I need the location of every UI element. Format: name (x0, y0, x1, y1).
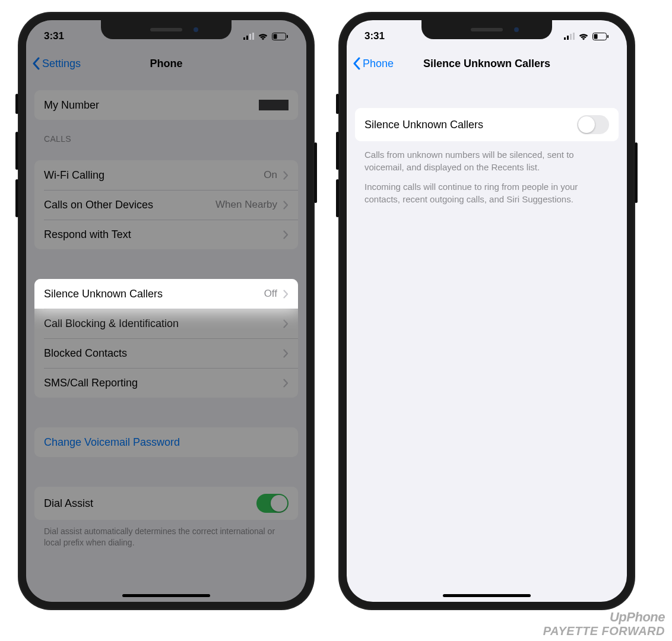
notch (421, 20, 552, 39)
back-button[interactable]: Settings (32, 57, 81, 70)
svg-rect-12 (594, 34, 598, 39)
dial-assist-toggle[interactable] (256, 494, 289, 513)
svg-rect-10 (573, 33, 575, 40)
row-label: Wi-Fi Calling (44, 169, 104, 182)
page-title: Silence Unknown Callers (423, 58, 550, 70)
change-voicemail-password-row[interactable]: Change Voicemail Password (34, 427, 298, 457)
cellular-icon (243, 33, 254, 40)
back-button[interactable]: Phone (353, 57, 394, 70)
row-value: On (264, 169, 277, 181)
cellular-icon (564, 33, 575, 40)
volume-up-button (15, 132, 18, 170)
svg-rect-8 (567, 36, 569, 40)
home-indicator[interactable] (443, 594, 531, 597)
back-label: Phone (363, 58, 394, 70)
chevron-right-icon (283, 319, 289, 328)
watermark: UpPhone PAYETTE FORWARD (543, 610, 665, 637)
phone-frame-right: 3:31 Phone Silence Unknown Callers (338, 12, 635, 610)
description-2: Incoming calls will continue to ring fro… (347, 173, 627, 205)
notch (101, 20, 232, 39)
calls-other-devices-row[interactable]: Calls on Other Devices When Nearby (34, 190, 298, 220)
svg-rect-7 (564, 37, 566, 40)
row-value: When Nearby (215, 199, 277, 211)
nav-bar: Settings Phone (26, 49, 306, 78)
chevron-right-icon (283, 379, 289, 388)
sms-call-reporting-row[interactable]: SMS/Call Reporting (34, 368, 298, 398)
home-indicator[interactable] (122, 594, 210, 597)
blocked-contacts-row[interactable]: Blocked Contacts (34, 338, 298, 368)
chevron-right-icon (283, 290, 289, 299)
dial-assist-row[interactable]: Dial Assist (34, 487, 298, 520)
status-time: 3:31 (44, 30, 64, 42)
calls-section-header: CALLS (26, 120, 306, 148)
volume-down-button (336, 179, 339, 217)
chevron-right-icon (283, 171, 289, 180)
svg-rect-13 (607, 35, 608, 38)
row-label: Calls on Other Devices (44, 199, 153, 211)
side-button (336, 94, 339, 114)
description-1: Calls from unknown numbers will be silen… (347, 141, 627, 173)
page-title: Phone (150, 58, 182, 70)
chevron-right-icon (283, 230, 289, 239)
silence-unknown-toggle[interactable] (577, 115, 609, 134)
screen-right: 3:31 Phone Silence Unknown Callers (347, 20, 627, 602)
row-label: Dial Assist (44, 497, 93, 510)
chevron-left-icon (353, 57, 360, 70)
back-label: Settings (42, 58, 81, 70)
svg-rect-6 (287, 35, 288, 38)
chevron-left-icon (32, 57, 40, 70)
wifi-icon (578, 33, 589, 40)
my-number-label: My Number (44, 99, 99, 112)
screen-left: 3:31 Settings Phone My Number (26, 20, 306, 602)
dial-assist-footer: Dial assist automatically determines the… (26, 520, 306, 548)
my-number-row[interactable]: My Number (34, 90, 298, 120)
redacted-number (259, 100, 289, 110)
call-blocking-row[interactable]: Call Blocking & Identification (34, 309, 298, 338)
wifi-icon (258, 33, 268, 40)
status-time: 3:31 (364, 30, 385, 42)
silence-unknown-callers-row[interactable]: Silence Unknown Callers Off (34, 279, 298, 309)
volume-down-button (15, 179, 18, 217)
row-label: Blocked Contacts (44, 347, 127, 360)
svg-rect-1 (246, 36, 248, 40)
row-label: Silence Unknown Callers (44, 288, 163, 300)
respond-with-text-row[interactable]: Respond with Text (34, 220, 298, 249)
row-label: Call Blocking & Identification (44, 318, 179, 330)
phone-frame-left: 3:31 Settings Phone My Number (18, 12, 315, 610)
row-label: Silence Unknown Callers (364, 119, 483, 131)
svg-rect-9 (570, 34, 572, 40)
side-button (15, 94, 18, 114)
power-button (635, 142, 638, 203)
row-label: Change Voicemail Password (44, 436, 180, 449)
silence-unknown-toggle-row[interactable]: Silence Unknown Callers (355, 108, 619, 141)
nav-bar: Phone Silence Unknown Callers (347, 49, 627, 78)
chevron-right-icon (283, 349, 289, 358)
battery-icon (592, 33, 609, 40)
svg-rect-2 (249, 34, 251, 40)
row-label: Respond with Text (44, 229, 131, 241)
volume-up-button (336, 132, 339, 170)
row-label: SMS/Call Reporting (44, 377, 138, 389)
power-button (314, 142, 317, 203)
chevron-right-icon (283, 201, 289, 210)
battery-icon (272, 33, 289, 40)
svg-rect-5 (274, 34, 277, 39)
svg-rect-0 (243, 37, 245, 40)
wifi-calling-row[interactable]: Wi-Fi Calling On (34, 160, 298, 190)
watermark-line-1: UpPhone (543, 610, 665, 624)
svg-rect-3 (252, 33, 254, 40)
row-value: Off (264, 288, 277, 300)
watermark-line-2: PAYETTE FORWARD (543, 624, 665, 637)
